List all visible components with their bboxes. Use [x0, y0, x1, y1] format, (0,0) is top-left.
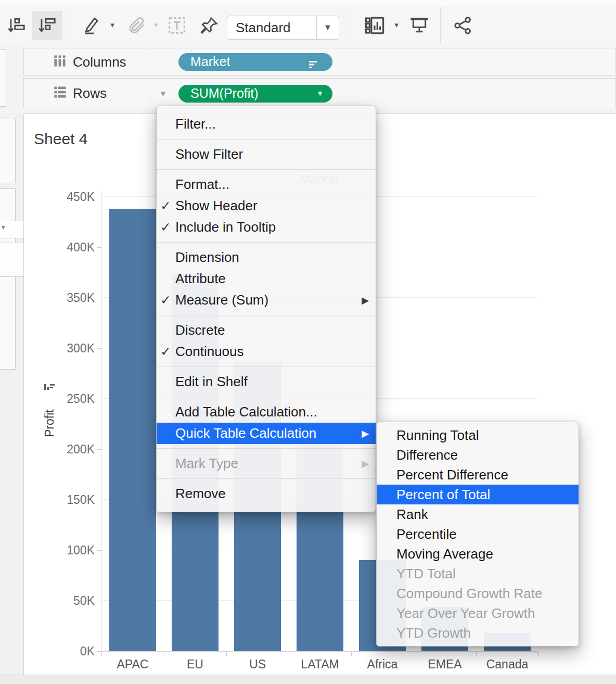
x-label-canada[interactable]: Canada [476, 656, 538, 672]
y-tick-label-400K: 400K [54, 240, 95, 255]
x-axis-line [101, 651, 538, 652]
submenu-item-label: Percent of Total [396, 487, 490, 502]
menu-item-label: Remove [175, 486, 226, 501]
submenu-item-ytd-total: YTD Total [377, 564, 579, 584]
y-tick-100K [97, 550, 101, 551]
menu-item-attribute[interactable]: Attribute [157, 268, 376, 289]
submenu-item-rank[interactable]: Rank [377, 504, 579, 524]
y-tick-250K [97, 399, 101, 399]
x-label-eu[interactable]: EU [164, 656, 226, 672]
check-icon: ✓ [160, 289, 171, 311]
menu-item-format[interactable]: Format... [157, 174, 376, 195]
x-axis-tick [351, 652, 352, 656]
context-menu: Filter...Show FilterFormat...✓Show Heade… [156, 106, 376, 512]
submenu-arrow-icon: ▶ [362, 423, 369, 445]
x-axis-tick [226, 652, 227, 656]
menu-item-add-table-calculation[interactable]: Add Table Calculation... [157, 401, 376, 423]
menu-item-show-filter[interactable]: Show Filter [157, 144, 376, 165]
menu-item-label: Measure (Sum) [175, 292, 268, 308]
x-label-emea[interactable]: EMEA [414, 656, 476, 672]
menu-item-label: Quick Table Calculation [175, 425, 316, 441]
y-tick-label-100K: 100K [54, 543, 95, 558]
check-icon: ✓ [160, 195, 171, 217]
y-tick-label-200K: 200K [54, 442, 95, 457]
submenu-item-moving-average[interactable]: Moving Average [377, 544, 579, 564]
bar-apac[interactable] [109, 209, 156, 651]
menu-item-label: Show Filter [175, 146, 243, 162]
quick-table-calculation-submenu: Running TotalDifferencePercent Differenc… [376, 422, 579, 647]
x-axis-tick [164, 652, 164, 656]
menu-item-include-in-tooltip[interactable]: ✓Include in Tooltip [157, 217, 376, 238]
tableau-window: ▾ ▾ Standard ▼ [0, 0, 616, 684]
x-label-apac[interactable]: APAC [101, 656, 164, 672]
y-tick-label-50K: 50K [54, 593, 95, 608]
menu-item-remove[interactable]: Remove [157, 483, 376, 504]
menu-item-quick-table-calculation[interactable]: Quick Table Calculation▶ [157, 423, 376, 444]
check-icon: ✓ [160, 341, 171, 362]
y-tick-300K [97, 348, 101, 349]
x-axis-tick [101, 652, 102, 656]
menu-item-label: Filter... [175, 116, 216, 132]
y-tick-350K [97, 298, 101, 298]
submenu-item-label: Year Over Year Growth [396, 605, 535, 621]
menu-item-mark-type: Mark Type▶ [157, 453, 376, 474]
submenu-item-label: Difference [396, 447, 458, 463]
check-icon: ✓ [160, 217, 171, 238]
y-tick-label-150K: 150K [54, 492, 95, 507]
submenu-item-compound-growth-rate: Compound Growth Rate [377, 584, 579, 603]
submenu-arrow-icon: ▶ [362, 290, 369, 311]
menu-item-label: Dimension [175, 249, 239, 265]
y-tick-50K [97, 601, 101, 601]
submenu-item-label: YTD Total [396, 566, 456, 581]
menu-item-label: Attribute [175, 271, 226, 286]
menu-item-measure-sum[interactable]: ✓Measure (Sum)▶ [157, 289, 376, 311]
x-axis-tick [289, 652, 289, 656]
y-tick-label-350K: 350K [54, 290, 95, 305]
x-axis-tick [538, 652, 539, 656]
menu-item-label: Discrete [175, 322, 225, 338]
y-tick-200K [97, 449, 101, 450]
submenu-item-label: Rank [396, 506, 428, 522]
menu-item-discrete[interactable]: Discrete [157, 320, 376, 341]
submenu-item-percent-difference[interactable]: Percent Difference [377, 465, 579, 485]
submenu-item-year-over-year-growth: Year Over Year Growth [377, 603, 579, 623]
y-tick-label-300K: 300K [54, 341, 95, 356]
y-tick-150K [97, 500, 101, 500]
y-tick-label-450K: 450K [54, 189, 95, 204]
submenu-item-difference[interactable]: Difference [377, 445, 579, 465]
y-axis-line [101, 191, 102, 651]
x-label-africa[interactable]: Africa [351, 656, 414, 672]
submenu-item-label: Moving Average [396, 546, 493, 562]
submenu-item-running-total[interactable]: Running Total [377, 425, 579, 445]
menu-item-label: Include in Tooltip [175, 219, 276, 235]
menu-item-filter[interactable]: Filter... [157, 113, 376, 135]
submenu-item-label: Compound Growth Rate [396, 586, 542, 601]
axis-sort-icon[interactable] [44, 383, 55, 396]
submenu-item-percentile[interactable]: Percentile [377, 524, 579, 544]
submenu-arrow-icon: ▶ [362, 453, 369, 475]
y-tick-label-0K: 0K [54, 644, 95, 658]
y-tick-450K [97, 197, 101, 197]
x-axis-tick [414, 652, 414, 656]
y-tick-400K [97, 247, 101, 248]
x-label-latam[interactable]: LATAM [289, 656, 351, 672]
y-tick-label-250K: 250K [54, 391, 95, 406]
submenu-item-label: Percentile [396, 526, 457, 542]
menu-item-show-header[interactable]: ✓Show Header [157, 195, 376, 217]
x-label-us[interactable]: US [226, 656, 289, 672]
y-tick-0K [97, 651, 101, 652]
menu-item-continuous[interactable]: ✓Continuous [157, 341, 376, 362]
submenu-item-label: YTD Growth [396, 625, 471, 641]
menu-item-label: Mark Type [175, 455, 238, 471]
submenu-item-label: Percent Difference [396, 467, 508, 483]
menu-item-label: Continuous [175, 344, 244, 359]
menu-item-label: Show Header [175, 198, 258, 213]
menu-item-edit-in-shelf[interactable]: Edit in Shelf [157, 371, 376, 392]
submenu-item-percent-of-total[interactable]: Percent of Total [377, 485, 579, 504]
x-axis-tick [476, 652, 477, 656]
menu-item-dimension[interactable]: Dimension [157, 247, 376, 268]
menu-item-label: Format... [175, 176, 229, 192]
menu-item-label: Edit in Shelf [175, 374, 248, 389]
y-axis-title[interactable]: Profit [43, 409, 57, 437]
submenu-item-ytd-growth: YTD Growth [377, 623, 579, 643]
